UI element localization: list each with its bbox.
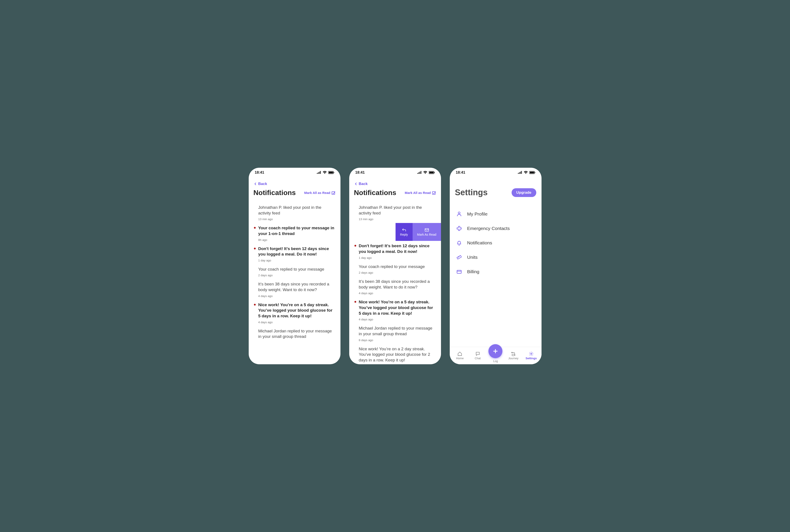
page-title: Notifications <box>254 189 296 197</box>
svg-rect-2 <box>319 172 320 174</box>
settings-item-emergency-contacts[interactable]: Emergency Contacts <box>450 221 541 236</box>
svg-rect-11 <box>421 171 421 174</box>
settings-list: My ProfileEmergency ContactsNotification… <box>450 202 541 279</box>
settings-item-label: Notifications <box>467 240 492 245</box>
notification-item[interactable]: It’s been 38 days since you recorded a b… <box>249 279 341 300</box>
notification-item-swiped[interactable]: lied to your message thread Reply Mark A… <box>349 223 441 241</box>
plus-icon <box>492 348 498 354</box>
status-icons <box>518 171 535 174</box>
tab-journey[interactable]: Journey <box>504 352 522 360</box>
upgrade-label: Upgrade <box>516 190 531 195</box>
check-square-icon <box>432 191 436 195</box>
notification-item[interactable]: Johnathan P. liked your post in the acti… <box>249 203 341 223</box>
settings-title: Settings <box>455 188 488 197</box>
notification-item[interactable]: Your coach replied to your message2 days… <box>349 262 441 277</box>
notification-time: 1 day ago <box>258 259 335 262</box>
unread-dot-icon <box>254 227 256 229</box>
notification-item[interactable]: Michael Jordan replied to your message i… <box>349 323 441 344</box>
svg-rect-6 <box>334 172 334 173</box>
chat-icon <box>475 352 480 356</box>
notification-text: Nice work! You’re on a 5 day streak. You… <box>258 302 335 319</box>
notification-item[interactable]: Your coach replied to your message in yo… <box>249 223 341 244</box>
mark-all-as-read-button[interactable]: Mark All as Read <box>405 191 436 195</box>
notification-text: Nice work! You’re on a 5 day streak. You… <box>359 299 436 316</box>
notification-time: 2 days ago <box>258 274 335 277</box>
notifications-list[interactable]: Johnathan P. liked your post in the acti… <box>249 198 341 364</box>
settings-item-my-profile[interactable]: My Profile <box>450 207 541 221</box>
notification-time: 2 days ago <box>359 271 436 274</box>
svg-rect-3 <box>320 171 321 174</box>
check-square-icon <box>331 191 336 195</box>
notification-time: 13 min ago <box>359 217 436 221</box>
wifi-icon <box>323 171 327 174</box>
notification-item[interactable]: Don't forget! It’s been 12 days since yo… <box>349 241 441 261</box>
status-icons <box>417 171 435 174</box>
tab-chat[interactable]: Chat <box>469 352 487 360</box>
svg-rect-23 <box>535 172 535 173</box>
notification-text: Michael Jordan replied to your message i… <box>359 325 436 337</box>
notification-item[interactable]: Your coach replied to your message2 days… <box>249 264 341 279</box>
notification-text: It’s been 38 days since you recorded a b… <box>258 281 335 292</box>
ruler-icon <box>456 254 462 260</box>
mark-all-as-read-button[interactable]: Mark All as Read <box>304 191 336 195</box>
status-bar: 18:41 <box>450 168 541 177</box>
mark-as-read-label: Mark As Read <box>417 233 436 236</box>
tab-settings[interactable]: Settings <box>522 352 540 360</box>
wifi-icon <box>523 171 528 174</box>
upgrade-button[interactable]: Upgrade <box>512 188 536 197</box>
settings-item-notifications[interactable]: Notifications <box>450 236 541 250</box>
credit-card-icon <box>456 269 462 274</box>
svg-rect-25 <box>457 255 461 259</box>
mark-all-label: Mark All as Read <box>304 191 330 195</box>
battery-icon <box>529 171 535 174</box>
svg-rect-5 <box>329 172 333 173</box>
tab-label: Home <box>456 357 464 360</box>
notification-item[interactable]: Nice work! You’re on a 2 day streak. You… <box>349 344 441 364</box>
svg-rect-22 <box>530 172 534 173</box>
notification-time: 4 days ago <box>258 294 335 298</box>
notification-text: Johnathan P. liked your post in the acti… <box>359 205 436 216</box>
unread-dot-icon <box>354 301 356 303</box>
notification-time: 4 days ago <box>359 291 436 295</box>
svg-point-29 <box>531 353 532 355</box>
tab-bar: Home Chat Log Journey Settings <box>450 347 541 364</box>
notification-text: Nice work! You’re on a 2 day streak. You… <box>359 346 436 363</box>
status-time: 18:41 <box>255 170 264 175</box>
svg-rect-9 <box>419 172 419 174</box>
notification-item[interactable]: Nice work! You’re on a 5 day streak. You… <box>349 297 441 323</box>
svg-rect-26 <box>457 270 461 273</box>
medical-cross-icon <box>456 226 462 231</box>
mark-all-label: Mark All as Read <box>405 191 431 195</box>
mark-as-read-button[interactable]: Mark As Read <box>412 223 441 241</box>
swiped-text-line1: lied to your message <box>349 224 397 230</box>
notification-item[interactable]: It’s been 38 days since you recorded a b… <box>349 277 441 297</box>
battery-icon <box>429 171 435 174</box>
reply-button[interactable]: Reply <box>396 223 412 241</box>
wifi-icon <box>423 171 427 174</box>
svg-rect-1 <box>318 172 319 174</box>
svg-rect-0 <box>317 173 317 174</box>
notification-time: 8 days ago <box>359 339 436 342</box>
notification-time: 1 day ago <box>359 256 436 260</box>
notification-item[interactable]: Michael Jordan replied to your message i… <box>249 326 341 342</box>
settings-item-billing[interactable]: Billing <box>450 264 541 279</box>
notification-item[interactable]: Don't forget! It’s been 12 days since yo… <box>249 244 341 264</box>
tab-label: Journey <box>508 357 518 360</box>
notification-time: 4 days ago <box>258 321 335 324</box>
back-button[interactable]: Back <box>349 177 441 187</box>
unread-dot-icon <box>254 304 256 306</box>
log-fab[interactable] <box>489 344 502 358</box>
settings-item-label: Emergency Contacts <box>467 226 510 231</box>
notifications-list[interactable]: Johnathan P. liked your post in the acti… <box>349 198 441 364</box>
settings-item-units[interactable]: Units <box>450 250 541 264</box>
tab-home[interactable]: Home <box>451 352 469 360</box>
gear-icon <box>529 352 534 356</box>
back-button[interactable]: Back <box>249 177 341 187</box>
notification-item[interactable]: Johnathan P. liked your post in the acti… <box>349 203 441 223</box>
notification-text: Don't forget! It’s been 12 days since yo… <box>359 243 436 254</box>
notification-item[interactable]: Nice work! You’re on a 5 day streak. You… <box>249 300 341 326</box>
tab-label: Chat <box>475 357 481 360</box>
signal-icon <box>417 171 422 174</box>
notification-text: Michael Jordan replied to your message i… <box>258 328 335 339</box>
svg-point-27 <box>512 352 512 353</box>
